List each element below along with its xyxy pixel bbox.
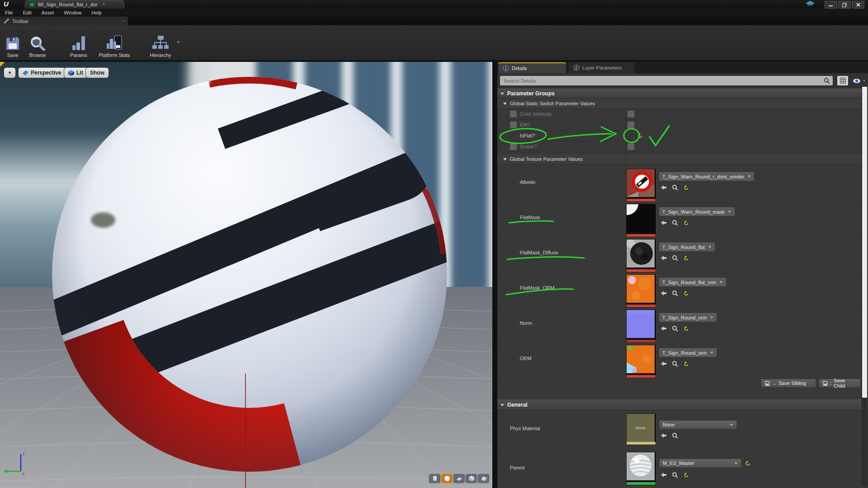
main-toolbar: Save Browse Params Platform Stats Hierar…	[0, 25, 868, 61]
chevron-down-icon: ▼	[734, 461, 738, 465]
preview-custom-mesh-button[interactable]	[477, 474, 490, 483]
find-in-browser-button[interactable]	[672, 184, 678, 191]
flatmask-orm-asset-dropdown[interactable]: T_Sign_Round_flat_orm▼	[659, 278, 726, 286]
preview-cube-button[interactable]	[465, 474, 477, 483]
reset-to-default-button[interactable]	[684, 472, 689, 478]
parent-material-thumbnail[interactable]	[626, 452, 656, 485]
flatmask-texture-thumbnail[interactable]	[626, 204, 656, 237]
orm-asset-dropdown[interactable]: T_Sign_Round_orm▼	[659, 348, 717, 357]
param-row-isflat: IsFlat?	[497, 131, 868, 141]
use-selected-asset-button[interactable]	[660, 255, 667, 261]
details-scrollbar-thumb[interactable]	[862, 87, 867, 398]
use-selected-asset-button[interactable]	[660, 433, 667, 438]
flatmask-diffuse-asset-dropdown[interactable]: T_Sign_Round_flat▼	[659, 243, 715, 251]
texture-group-header[interactable]: Global Texture Parameter Values	[497, 154, 868, 164]
save-button[interactable]: Save	[3, 28, 23, 58]
preview-sphere-button[interactable]	[441, 474, 453, 483]
tab-layer-parameters[interactable]: i Layer Parameters	[569, 62, 635, 73]
phys-material-label: Phys Material	[510, 426, 540, 431]
use-selected-asset-button[interactable]	[660, 291, 667, 296]
params-button[interactable]: Params	[66, 28, 91, 58]
find-in-browser-button[interactable]	[672, 220, 678, 226]
preview-cylinder-button[interactable]	[429, 474, 441, 483]
phys-material-thumbnail[interactable]: None	[626, 413, 656, 445]
document-tab[interactable]: MI_Sign_Round_flat_r_dor ✕	[25, 0, 124, 9]
menu-asset[interactable]: Asset	[37, 10, 59, 15]
find-in-browser-button[interactable]	[672, 255, 678, 261]
reset-to-default-button[interactable]	[684, 220, 689, 225]
column-divider[interactable]	[625, 109, 626, 380]
parent-material-dropdown[interactable]: M_ES_Master ▼	[659, 459, 741, 468]
find-in-browser-button[interactable]	[672, 472, 678, 478]
param-row-color-intensity: Color Intensity	[497, 109, 868, 120]
show-button[interactable]: Show	[85, 67, 109, 78]
search-input[interactable]	[500, 76, 833, 85]
orm-texture-thumbnail[interactable]	[626, 345, 656, 378]
use-selected-asset-button[interactable]	[660, 185, 667, 190]
viewport-options-button[interactable]: ▼	[4, 67, 16, 78]
use-selected-asset-button[interactable]	[660, 220, 667, 225]
find-in-browser-button[interactable]	[672, 361, 678, 367]
flatmask-diffuse-texture-thumbnail[interactable]	[626, 239, 656, 272]
reset-parent-button[interactable]	[745, 460, 750, 466]
preview-plane-button[interactable]	[453, 474, 465, 483]
parent-label: Parent	[510, 465, 524, 470]
norm-texture-thumbnail[interactable]	[626, 310, 656, 343]
save-sibling-button[interactable]: → Save Sibling	[761, 379, 816, 388]
reset-to-default-icon[interactable]	[637, 133, 643, 138]
use-selected-asset-button[interactable]	[660, 326, 667, 331]
minimize-button[interactable]	[825, 1, 837, 9]
chevron-down-icon: ▼	[747, 174, 751, 178]
flatmask-orm-texture-thumbnail[interactable]	[626, 274, 656, 308]
platform-stats-button[interactable]: Platform Stats	[95, 28, 134, 58]
find-in-browser-button[interactable]	[672, 432, 678, 439]
norm-asset-dropdown[interactable]: T_Sign_Round_nrm▼	[659, 313, 717, 322]
parameter-groups-header[interactable]: Parameter Groups	[497, 89, 868, 99]
restore-button[interactable]	[838, 1, 851, 9]
reset-to-default-button[interactable]	[684, 291, 689, 296]
magnifier-sphere-icon	[30, 36, 45, 51]
hierarchy-button[interactable]: Hierarchy	[146, 28, 175, 58]
albedo-asset-dropdown[interactable]: T_Sign_Warn_Round_r_dont_smoke▼	[659, 172, 754, 181]
browse-button[interactable]: Browse	[26, 28, 49, 58]
svg-text:z: z	[23, 451, 25, 456]
find-in-browser-button[interactable]	[672, 290, 678, 296]
phys-material-dropdown[interactable]: None ▼	[659, 420, 737, 429]
menu-edit[interactable]: Edit	[18, 10, 37, 15]
save-child-button[interactable]: ↓ Save Child	[819, 379, 861, 388]
floppy-disk-icon	[5, 36, 20, 51]
reset-to-default-button[interactable]	[684, 185, 689, 190]
flatmask-asset-dropdown[interactable]: T_Sign_Warn_Round_mask▼	[659, 207, 735, 216]
wrench-icon	[4, 18, 9, 24]
tab-close-icon[interactable]: ✕	[102, 2, 105, 7]
reset-to-default-button[interactable]	[684, 255, 689, 261]
material-preview-sphere[interactable]	[0, 62, 492, 488]
preview-viewport[interactable]: ▼ Perspective Lit Show Base pass shader:…	[0, 62, 492, 488]
toolbar-tab[interactable]: Toolbar ▾	[0, 17, 128, 25]
menu-window[interactable]: Window	[59, 10, 86, 15]
menu-help[interactable]: Help	[86, 10, 107, 15]
param-label: Scalar?	[520, 144, 537, 149]
reset-to-default-button[interactable]	[684, 326, 689, 331]
general-header[interactable]: General	[497, 399, 868, 410]
details-tab-bar: i Details i Layer Parameters	[497, 62, 868, 73]
albedo-texture-thumbnail[interactable]	[626, 169, 656, 202]
property-matrix-button[interactable]	[837, 76, 848, 85]
tab-details[interactable]: i Details	[498, 62, 566, 73]
use-selected-asset-button[interactable]	[660, 361, 667, 366]
find-in-browser-button[interactable]	[672, 325, 678, 332]
hierarchy-dropdown-icon[interactable]: ▾	[177, 40, 179, 44]
use-selected-asset-button[interactable]	[660, 472, 667, 478]
tutorial-icon[interactable]	[806, 1, 815, 9]
title-bar: U MI_Sign_Round_flat_r_dor ✕	[0, 0, 868, 9]
menu-file[interactable]: File	[0, 10, 18, 15]
close-button[interactable]	[852, 1, 864, 9]
show-label: Show	[90, 70, 104, 76]
lit-button[interactable]: Lit	[64, 67, 88, 78]
panel-splitter[interactable]	[492, 62, 497, 488]
view-options-button[interactable]: ▾	[851, 76, 867, 85]
reset-to-default-button[interactable]	[684, 361, 689, 366]
perspective-button[interactable]: Perspective	[18, 67, 66, 78]
switch-group-header[interactable]: Global Static Switch Parameter Values	[497, 99, 868, 109]
param-row-orm: ORM T_Sign_Round_orm▼	[497, 344, 868, 380]
